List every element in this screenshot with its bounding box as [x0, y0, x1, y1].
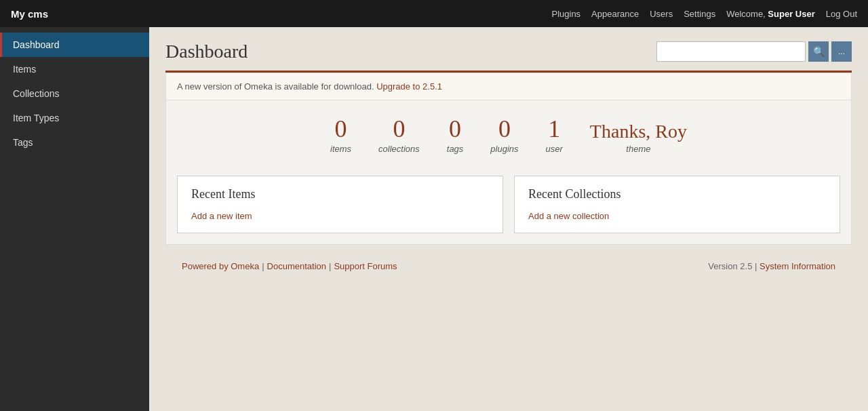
sidebar-item-dashboard[interactable]: Dashboard	[0, 33, 149, 57]
search-button[interactable]: 🔍	[808, 41, 829, 62]
support-link[interactable]: Support Forums	[334, 261, 397, 271]
stats-row: 0 items 0 collections 0 tags 0 plugins 1	[166, 100, 851, 165]
stat-plugins: 0 plugins	[490, 117, 518, 154]
panels-wrapper: Recent Items Add a new item Recent Colle…	[166, 165, 851, 233]
stat-user-label: user	[546, 144, 563, 154]
site-title: My cms	[11, 8, 48, 20]
stat-thanks: Thanks, Roy theme	[590, 122, 687, 154]
main-content: Dashboard 🔍 ... A new version of Omeka i…	[149, 27, 868, 411]
footer: Powered by Omeka | Documentation | Suppo…	[165, 250, 852, 282]
powered-by-link[interactable]: Powered by Omeka	[182, 261, 259, 271]
stat-items: 0 items	[330, 117, 351, 154]
advanced-search-button[interactable]: ...	[831, 41, 852, 62]
search-input[interactable]	[656, 41, 806, 62]
page-title: Dashboard	[165, 41, 248, 62]
nav-users[interactable]: Users	[650, 9, 673, 19]
thanks-text: Thanks, Roy	[590, 122, 687, 141]
nav-plugins[interactable]: Plugins	[551, 9, 580, 19]
footer-sep1: |	[262, 261, 264, 271]
recent-items-panel: Recent Items Add a new item	[177, 176, 503, 233]
recent-items-title: Recent Items	[191, 187, 489, 201]
recent-collections-title: Recent Collections	[528, 187, 826, 201]
system-info-link[interactable]: System Information	[760, 261, 835, 271]
sidebar: Dashboard Items Collections Item Types T…	[0, 27, 149, 411]
top-navigation: My cms Plugins Appearance Users Settings…	[0, 0, 868, 27]
version-text: Version 2.5 |	[708, 261, 757, 271]
sidebar-item-collections[interactable]: Collections	[0, 81, 149, 106]
add-new-collection-link[interactable]: Add a new collection	[528, 211, 609, 221]
stat-tags-number: 0	[447, 117, 464, 141]
footer-right: Version 2.5 | System Information	[708, 261, 835, 271]
footer-left: Powered by Omeka | Documentation | Suppo…	[182, 261, 397, 271]
stat-collections: 0 collections	[378, 117, 420, 154]
thanks-label: theme	[626, 144, 650, 154]
add-new-item-link[interactable]: Add a new item	[191, 211, 252, 221]
stat-plugins-label: plugins	[490, 144, 518, 154]
stat-items-label: items	[330, 144, 351, 154]
notification-text: A new version of Omeka is available for …	[177, 81, 374, 92]
layout: Dashboard Items Collections Item Types T…	[0, 27, 868, 411]
welcome-text: Welcome, Super User	[726, 9, 815, 19]
stat-tags-label: tags	[447, 144, 464, 154]
search-area: 🔍 ...	[656, 41, 852, 62]
stat-tags: 0 tags	[447, 117, 464, 154]
notification-bar: A new version of Omeka is available for …	[166, 73, 851, 100]
stat-collections-number: 0	[378, 117, 420, 141]
nav-appearance[interactable]: Appearance	[591, 9, 639, 19]
search-icon: 🔍	[813, 46, 825, 57]
logout-link[interactable]: Log Out	[826, 9, 857, 19]
ellipsis-icon: ...	[838, 47, 845, 56]
nav-links: Plugins Appearance Users Settings Welcom…	[551, 9, 857, 19]
stat-user-number: 1	[546, 117, 563, 141]
content-box: A new version of Omeka is available for …	[165, 73, 852, 245]
sidebar-item-item-types[interactable]: Item Types	[0, 106, 149, 130]
stat-collections-label: collections	[378, 144, 420, 154]
recent-collections-panel: Recent Collections Add a new collection	[514, 176, 840, 233]
stat-items-number: 0	[330, 117, 351, 141]
sidebar-item-tags[interactable]: Tags	[0, 130, 149, 155]
stat-user: 1 user	[546, 117, 563, 154]
nav-settings[interactable]: Settings	[684, 9, 715, 19]
documentation-link[interactable]: Documentation	[267, 261, 326, 271]
stat-plugins-number: 0	[490, 117, 518, 141]
upgrade-link[interactable]: Upgrade to 2.5.1	[376, 81, 442, 92]
page-header: Dashboard 🔍 ...	[165, 41, 852, 62]
footer-sep2: |	[329, 261, 331, 271]
sidebar-item-items[interactable]: Items	[0, 57, 149, 81]
